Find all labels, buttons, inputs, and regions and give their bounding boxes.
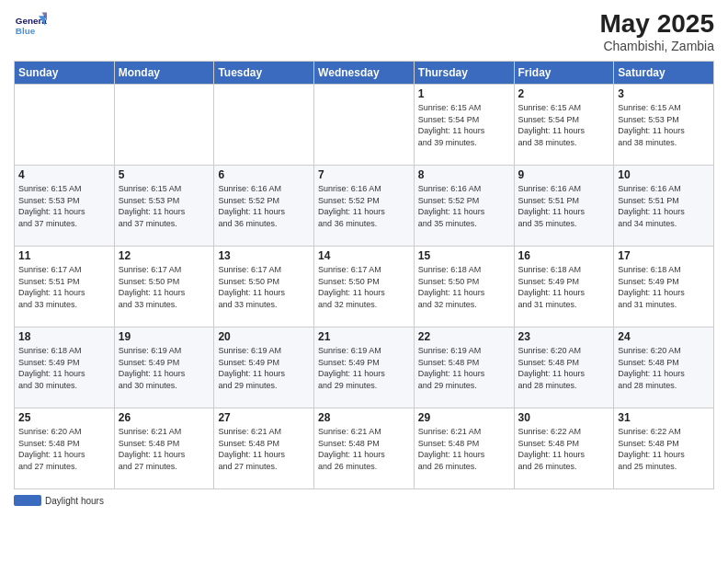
calendar-day-cell: 4Sunrise: 6:15 AM Sunset: 5:53 PM Daylig… <box>15 166 115 247</box>
calendar-day-cell <box>314 85 415 166</box>
day-info: Sunrise: 6:18 AM Sunset: 5:49 PM Dayligh… <box>618 264 710 310</box>
calendar-day-cell: 7Sunrise: 6:16 AM Sunset: 5:52 PM Daylig… <box>314 166 415 247</box>
day-number: 15 <box>418 249 510 262</box>
day-number: 1 <box>418 87 510 100</box>
calendar-day-cell: 1Sunrise: 6:15 AM Sunset: 5:54 PM Daylig… <box>414 85 514 166</box>
day-info: Sunrise: 6:19 AM Sunset: 5:49 PM Dayligh… <box>119 345 210 391</box>
calendar-day-header: Wednesday <box>314 62 415 85</box>
calendar-day-header: Tuesday <box>214 62 314 85</box>
day-number: 10 <box>618 168 710 181</box>
day-number: 11 <box>18 249 110 262</box>
day-info: Sunrise: 6:18 AM Sunset: 5:49 PM Dayligh… <box>18 345 110 391</box>
day-info: Sunrise: 6:21 AM Sunset: 5:48 PM Dayligh… <box>418 426 510 472</box>
day-info: Sunrise: 6:19 AM Sunset: 5:48 PM Dayligh… <box>418 345 510 391</box>
calendar-day-cell <box>114 85 214 166</box>
calendar-day-header: Monday <box>114 62 214 85</box>
calendar-day-header: Thursday <box>414 62 514 85</box>
calendar-day-cell: 10Sunrise: 6:16 AM Sunset: 5:51 PM Dayli… <box>614 166 714 247</box>
day-number: 23 <box>518 330 610 343</box>
calendar-day-cell: 19Sunrise: 6:19 AM Sunset: 5:49 PM Dayli… <box>114 327 214 408</box>
calendar-day-cell <box>214 85 314 166</box>
calendar-day-cell: 2Sunrise: 6:15 AM Sunset: 5:54 PM Daylig… <box>514 85 614 166</box>
day-number: 13 <box>218 249 310 262</box>
day-number: 22 <box>418 330 510 343</box>
day-number: 19 <box>119 330 210 343</box>
day-number: 5 <box>119 168 210 181</box>
day-number: 9 <box>518 168 610 181</box>
day-info: Sunrise: 6:18 AM Sunset: 5:50 PM Dayligh… <box>418 264 510 310</box>
day-info: Sunrise: 6:15 AM Sunset: 5:53 PM Dayligh… <box>618 102 710 148</box>
day-info: Sunrise: 6:15 AM Sunset: 5:54 PM Dayligh… <box>418 102 510 148</box>
day-info: Sunrise: 6:15 AM Sunset: 5:53 PM Dayligh… <box>18 183 110 229</box>
calendar-day-cell: 21Sunrise: 6:19 AM Sunset: 5:49 PM Dayli… <box>314 327 415 408</box>
calendar-week-row: 18Sunrise: 6:18 AM Sunset: 5:49 PM Dayli… <box>15 327 714 408</box>
calendar-week-row: 11Sunrise: 6:17 AM Sunset: 5:51 PM Dayli… <box>15 247 714 327</box>
calendar-day-cell: 8Sunrise: 6:16 AM Sunset: 5:52 PM Daylig… <box>414 166 514 247</box>
legend-box: Daylight hours <box>14 495 104 506</box>
calendar-day-cell: 25Sunrise: 6:20 AM Sunset: 5:48 PM Dayli… <box>15 408 115 489</box>
day-number: 26 <box>119 411 210 424</box>
day-info: Sunrise: 6:19 AM Sunset: 5:49 PM Dayligh… <box>318 345 410 391</box>
day-info: Sunrise: 6:17 AM Sunset: 5:50 PM Dayligh… <box>318 264 410 310</box>
day-info: Sunrise: 6:16 AM Sunset: 5:52 PM Dayligh… <box>418 183 510 229</box>
logo-icon: General Blue <box>14 9 47 42</box>
calendar-day-cell: 14Sunrise: 6:17 AM Sunset: 5:50 PM Dayli… <box>314 247 415 327</box>
day-info: Sunrise: 6:16 AM Sunset: 5:52 PM Dayligh… <box>318 183 410 229</box>
day-number: 30 <box>518 411 610 424</box>
day-info: Sunrise: 6:15 AM Sunset: 5:53 PM Dayligh… <box>119 183 210 229</box>
legend-color-box <box>14 495 41 506</box>
calendar-day-cell: 23Sunrise: 6:20 AM Sunset: 5:48 PM Dayli… <box>514 327 614 408</box>
day-number: 7 <box>318 168 410 181</box>
page: General Blue May 2025 Chambishi, Zambia … <box>0 0 728 563</box>
day-number: 18 <box>18 330 110 343</box>
day-number: 16 <box>518 249 610 262</box>
day-number: 3 <box>618 87 710 100</box>
calendar-day-cell: 15Sunrise: 6:18 AM Sunset: 5:50 PM Dayli… <box>414 247 514 327</box>
calendar-day-cell: 3Sunrise: 6:15 AM Sunset: 5:53 PM Daylig… <box>614 85 714 166</box>
day-number: 24 <box>618 330 710 343</box>
day-number: 21 <box>318 330 410 343</box>
calendar-day-header: Saturday <box>614 62 714 85</box>
day-info: Sunrise: 6:16 AM Sunset: 5:51 PM Dayligh… <box>518 183 610 229</box>
calendar-week-row: 4Sunrise: 6:15 AM Sunset: 5:53 PM Daylig… <box>15 166 714 247</box>
calendar-header-row: SundayMondayTuesdayWednesdayThursdayFrid… <box>15 62 714 85</box>
day-info: Sunrise: 6:17 AM Sunset: 5:51 PM Dayligh… <box>18 264 110 310</box>
calendar-day-cell: 28Sunrise: 6:21 AM Sunset: 5:48 PM Dayli… <box>314 408 415 489</box>
day-number: 17 <box>618 249 710 262</box>
calendar-day-cell: 31Sunrise: 6:22 AM Sunset: 5:48 PM Dayli… <box>614 408 714 489</box>
day-info: Sunrise: 6:22 AM Sunset: 5:48 PM Dayligh… <box>618 426 710 472</box>
day-number: 20 <box>218 330 310 343</box>
calendar-day-cell: 5Sunrise: 6:15 AM Sunset: 5:53 PM Daylig… <box>114 166 214 247</box>
day-info: Sunrise: 6:20 AM Sunset: 5:48 PM Dayligh… <box>518 345 610 391</box>
calendar-day-cell: 24Sunrise: 6:20 AM Sunset: 5:48 PM Dayli… <box>614 327 714 408</box>
day-info: Sunrise: 6:20 AM Sunset: 5:48 PM Dayligh… <box>18 426 110 472</box>
calendar-week-row: 1Sunrise: 6:15 AM Sunset: 5:54 PM Daylig… <box>15 85 714 166</box>
day-number: 2 <box>518 87 610 100</box>
day-info: Sunrise: 6:19 AM Sunset: 5:49 PM Dayligh… <box>218 345 310 391</box>
month-year-title: May 2025 <box>599 9 714 39</box>
calendar-day-header: Sunday <box>15 62 115 85</box>
day-number: 31 <box>618 411 710 424</box>
title-block: May 2025 Chambishi, Zambia <box>599 9 714 53</box>
day-number: 12 <box>119 249 210 262</box>
day-info: Sunrise: 6:18 AM Sunset: 5:49 PM Dayligh… <box>518 264 610 310</box>
header: General Blue May 2025 Chambishi, Zambia <box>14 9 714 53</box>
day-info: Sunrise: 6:21 AM Sunset: 5:48 PM Dayligh… <box>119 426 210 472</box>
calendar-day-header: Friday <box>514 62 614 85</box>
calendar-day-cell: 9Sunrise: 6:16 AM Sunset: 5:51 PM Daylig… <box>514 166 614 247</box>
calendar-day-cell: 17Sunrise: 6:18 AM Sunset: 5:49 PM Dayli… <box>614 247 714 327</box>
calendar-day-cell: 22Sunrise: 6:19 AM Sunset: 5:48 PM Dayli… <box>414 327 514 408</box>
calendar-day-cell: 6Sunrise: 6:16 AM Sunset: 5:52 PM Daylig… <box>214 166 314 247</box>
calendar-day-cell: 11Sunrise: 6:17 AM Sunset: 5:51 PM Dayli… <box>15 247 115 327</box>
day-number: 27 <box>218 411 310 424</box>
calendar-day-cell: 27Sunrise: 6:21 AM Sunset: 5:48 PM Dayli… <box>214 408 314 489</box>
calendar-table: SundayMondayTuesdayWednesdayThursdayFrid… <box>14 61 714 489</box>
day-number: 6 <box>218 168 310 181</box>
logo: General Blue <box>14 9 47 42</box>
calendar-day-cell: 26Sunrise: 6:21 AM Sunset: 5:48 PM Dayli… <box>114 408 214 489</box>
calendar-day-cell: 20Sunrise: 6:19 AM Sunset: 5:49 PM Dayli… <box>214 327 314 408</box>
day-info: Sunrise: 6:17 AM Sunset: 5:50 PM Dayligh… <box>218 264 310 310</box>
calendar-week-row: 25Sunrise: 6:20 AM Sunset: 5:48 PM Dayli… <box>15 408 714 489</box>
day-number: 29 <box>418 411 510 424</box>
day-number: 14 <box>318 249 410 262</box>
